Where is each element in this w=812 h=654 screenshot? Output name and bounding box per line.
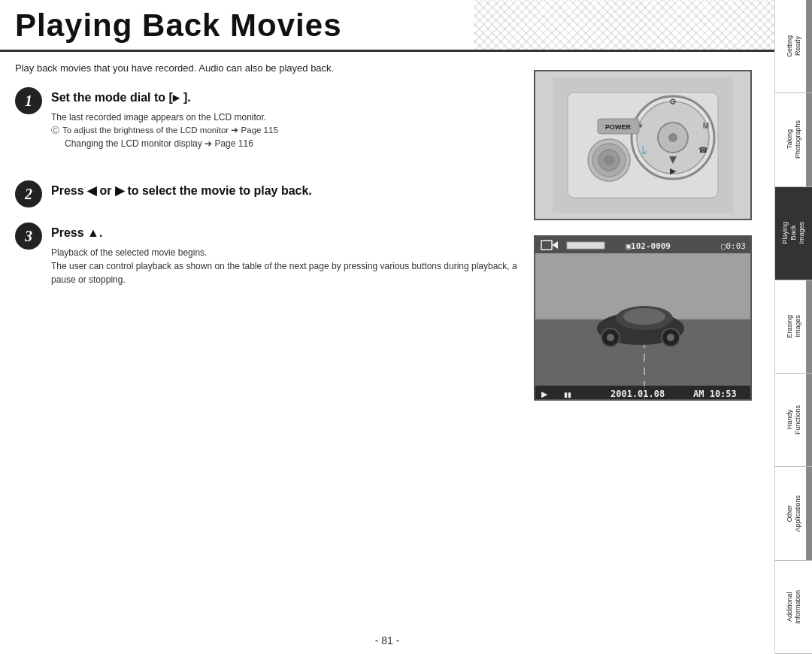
step-1-title: Set the mode dial to [▶ ]. bbox=[51, 90, 519, 106]
step-2: 2 Press ◀ or ▶ to select the movie to pl… bbox=[15, 180, 519, 207]
sidebar-tab-3 bbox=[806, 187, 812, 280]
up-arrow: ▲ bbox=[87, 226, 99, 239]
sidebar-item-other-applications[interactable]: OtherApplications bbox=[775, 467, 812, 560]
svg-point-30 bbox=[623, 308, 665, 325]
sidebar-item-taking-photographs[interactable]: TakingPhotographs bbox=[775, 93, 812, 186]
step-2-title: Press ◀ or ▶ to select the movie to play… bbox=[51, 183, 519, 199]
page-title: Playing Back Movies bbox=[15, 8, 342, 43]
sidebar-item-erasing[interactable]: ErasingImages bbox=[775, 280, 812, 374]
sidebar: GettingReady TakingPhotographs PlayingBa… bbox=[774, 0, 812, 654]
sidebar-label-getting-ready: GettingReady bbox=[786, 35, 802, 57]
sidebar-tab-5 bbox=[806, 374, 812, 466]
body-area: Play back movies that you have recorded.… bbox=[0, 52, 774, 628]
svg-text:⚓: ⚓ bbox=[638, 145, 648, 155]
sidebar-label-handy-functions: HandyFunctions bbox=[786, 405, 802, 434]
svg-text:▶: ▶ bbox=[541, 389, 548, 398]
step-1-content: Set the mode dial to [▶ ]. The last reco… bbox=[51, 87, 519, 150]
svg-point-18 bbox=[604, 155, 614, 165]
mode-dial-graphic: ⚙ M ☎ ▶ ⚓ ☀ POWER bbox=[535, 71, 750, 219]
svg-point-12 bbox=[668, 133, 677, 142]
sidebar-item-handy-functions[interactable]: HandyFunctions bbox=[775, 374, 812, 467]
step-1-number: 1 bbox=[15, 87, 42, 114]
step-1-note1: Ⓒ To adjust the brightness of the LCD mo… bbox=[51, 124, 519, 137]
right-arrow: ▶ bbox=[115, 184, 124, 197]
step-3-number: 3 bbox=[15, 223, 42, 250]
sidebar-label-playing-back: PlayingBackImages bbox=[781, 222, 805, 244]
sidebar-tab-4 bbox=[806, 280, 812, 373]
sidebar-item-additional-information[interactable]: AdditionalInformation bbox=[775, 561, 812, 654]
svg-text:⚙: ⚙ bbox=[669, 97, 677, 106]
page-number: - 81 - bbox=[375, 634, 400, 646]
svg-rect-34 bbox=[567, 242, 604, 249]
step-1-desc: The last recorded image appears on the L… bbox=[51, 111, 519, 150]
step-3-content: Press ▲. Playback of the selected movie … bbox=[51, 223, 519, 286]
sidebar-item-playing-back[interactable]: PlayingBackImages bbox=[775, 187, 812, 280]
svg-text:▣102-0009: ▣102-0009 bbox=[626, 241, 671, 251]
sidebar-tab-6 bbox=[806, 467, 812, 559]
step-1: 1 Set the mode dial to [▶ ]. The last re… bbox=[15, 87, 519, 150]
play-icon-bracket: ▶ bbox=[173, 90, 180, 104]
svg-text:☎: ☎ bbox=[698, 146, 707, 154]
playback-screen-image: ▣102-0009 ▢0:03 ▶ ▮▮ 2001.01.08 AM 10:53 bbox=[534, 235, 752, 401]
sidebar-label-additional-information: AdditionalInformation bbox=[786, 590, 802, 624]
sidebar-item-getting-ready[interactable]: GettingReady bbox=[775, 0, 812, 93]
sidebar-label-taking-photographs: TakingPhotographs bbox=[786, 120, 802, 159]
intro-text: Play back movies that you have recorded.… bbox=[15, 62, 519, 74]
main-content: Playing Back Movies Play back movies tha… bbox=[0, 0, 774, 654]
step-3-desc: Playback of the selected movie begins. T… bbox=[51, 246, 519, 286]
step-2-content: Press ◀ or ▶ to select the movie to play… bbox=[51, 180, 519, 204]
sidebar-label-other-applications: OtherApplications bbox=[786, 495, 802, 532]
step-2-number: 2 bbox=[15, 180, 42, 207]
step-1-note2: Changing the LCD monitor display ➔ Page … bbox=[51, 137, 519, 150]
sidebar-tab-1 bbox=[806, 0, 812, 92]
sidebar-tab-2 bbox=[806, 93, 812, 186]
page-header: Playing Back Movies bbox=[0, 0, 774, 52]
svg-text:▶: ▶ bbox=[670, 166, 677, 175]
step-3: 3 Press ▲. Playback of the selected movi… bbox=[15, 223, 519, 286]
note-icon-1: Ⓒ bbox=[51, 124, 59, 137]
svg-text:▮▮: ▮▮ bbox=[564, 391, 571, 398]
sidebar-label-erasing: ErasingImages bbox=[786, 315, 802, 338]
svg-point-29 bbox=[667, 334, 674, 341]
svg-text:2001.01.08: 2001.01.08 bbox=[611, 389, 665, 399]
svg-text:▢0:03: ▢0:03 bbox=[721, 241, 746, 251]
svg-text:AM 10:53: AM 10:53 bbox=[693, 389, 737, 399]
sidebar-tab-7 bbox=[806, 561, 812, 653]
svg-text:POWER: POWER bbox=[605, 123, 632, 131]
step-3-title: Press ▲. bbox=[51, 226, 519, 241]
mode-dial-image: ⚙ M ☎ ▶ ⚓ ☀ POWER bbox=[534, 70, 752, 220]
left-column: Play back movies that you have recorded.… bbox=[15, 62, 519, 621]
page-footer: - 81 - bbox=[0, 628, 774, 654]
svg-text:M: M bbox=[703, 122, 709, 130]
right-column: ⚙ M ☎ ▶ ⚓ ☀ POWER bbox=[534, 62, 759, 621]
left-arrow: ◀ bbox=[87, 184, 96, 197]
svg-point-28 bbox=[607, 334, 614, 341]
